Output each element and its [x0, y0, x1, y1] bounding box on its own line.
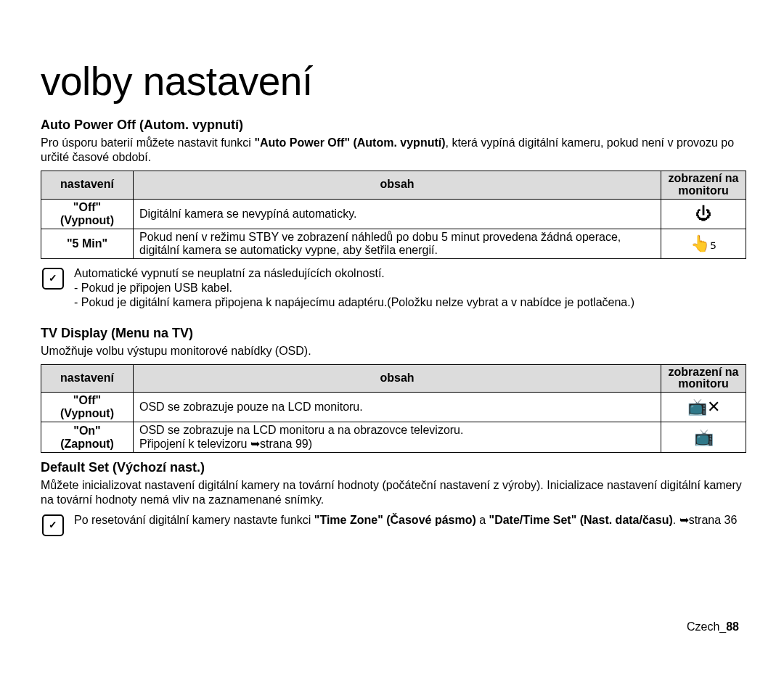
section3-note-mid: a — [476, 514, 489, 526]
section1-r1-setting: "5 Min" — [41, 229, 134, 258]
section1-note-text: Automatické vypnutí se neuplatní za násl… — [74, 266, 746, 310]
section1-r0-setting: "Off" (Vypnout) — [41, 199, 134, 229]
section2-r1-setting: "On" (Zapnout) — [41, 422, 134, 453]
footer-sep: _ — [719, 620, 726, 633]
table-row: "On" (Zapnout) OSD se zobrazuje na LCD m… — [41, 422, 746, 453]
tv-on-icon: 📺 — [661, 422, 746, 453]
section1-para-bold: "Auto Power Off" (Autom. vypnutí) — [254, 136, 445, 149]
section2-paragraph: Umožňuje volbu výstupu monitorové nabídk… — [41, 344, 746, 358]
section1-th3: zobrazení na monitoru — [661, 171, 746, 200]
table-row: "Off" (Vypnout) Digitální kamera se nevy… — [41, 199, 746, 229]
section1-r1-desc: Pokud není v režimu STBY ve zobrazení ná… — [134, 229, 661, 258]
table-row: "Off" (Vypnout) OSD se zobrazuje pouze n… — [41, 393, 746, 422]
section1-table: nastavení obsah zobrazení na monitoru "O… — [41, 171, 746, 259]
section2-heading: TV Display (Menu na TV) — [41, 326, 746, 341]
section2-r1-desc: OSD se zobrazuje na LCD monitoru a na ob… — [134, 422, 661, 453]
section3-paragraph: Můžete inicializovat nastavení digitální… — [41, 478, 746, 507]
tv-off-icon: 📺✕ — [661, 393, 746, 422]
section2-th2: obsah — [134, 364, 661, 393]
table-row: "5 Min" Pokud není v režimu STBY ve zobr… — [41, 229, 746, 258]
footer-page: 88 — [726, 620, 739, 633]
section2-r0-desc: OSD se zobrazuje pouze na LCD monitoru. — [134, 393, 661, 422]
section2-header-row: nastavení obsah zobrazení na monitoru — [41, 364, 746, 393]
section2-r0-setting: "Off" (Vypnout) — [41, 393, 134, 422]
power-off-auto-icon: ⏻ — [661, 199, 746, 229]
section1-th2: obsah — [134, 171, 661, 200]
footer-lang: Czech — [687, 620, 719, 633]
section1-note: ✓ Automatické vypnutí se neuplatní za ná… — [42, 266, 746, 310]
section1-th1: nastavení — [41, 171, 134, 200]
section3-note-b2: "Date/Time Set" (Nast. data/času) — [489, 514, 673, 526]
page-footer: Czech_88 — [687, 620, 739, 633]
note-badge-icon: ✓ — [42, 514, 64, 536]
section2-th3: zobrazení na monitoru — [661, 364, 746, 393]
section2-th1: nastavení — [41, 364, 134, 393]
section3-heading: Default Set (Výchozí nast.) — [41, 460, 746, 475]
section3-note-b1: "Time Zone" (Časové pásmo) — [314, 514, 476, 526]
power-off-5min-icon: 👆₅ — [661, 229, 746, 258]
section1-para-a: Pro úsporu baterií můžete nastavit funkc… — [41, 136, 254, 149]
section3-note-c: . ➥strana 36 — [673, 514, 738, 526]
section3-note-text: Po resetování digitální kamery nastavte … — [74, 513, 746, 528]
section1-paragraph: Pro úsporu baterií můžete nastavit funkc… — [41, 136, 746, 165]
section1-r0-desc: Digitální kamera se nevypíná automaticky… — [134, 199, 661, 229]
section3-note-a: Po resetování digitální kamery nastavte … — [74, 514, 314, 526]
section3-note: ✓ Po resetování digitální kamery nastavt… — [42, 513, 746, 536]
section1-heading: Auto Power Off (Autom. vypnutí) — [41, 118, 746, 133]
page-title: volby nastavení — [41, 58, 746, 104]
section1-header-row: nastavení obsah zobrazení na monitoru — [41, 171, 746, 200]
note-badge-icon: ✓ — [42, 268, 64, 290]
section2-table: nastavení obsah zobrazení na monitoru "O… — [41, 364, 746, 454]
